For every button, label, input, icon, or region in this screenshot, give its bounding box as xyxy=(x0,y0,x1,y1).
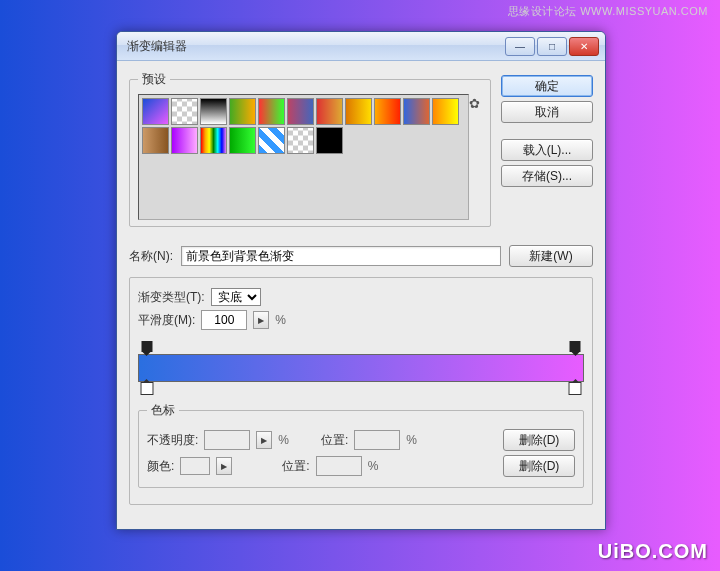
color-stop-handle[interactable] xyxy=(140,382,153,395)
preset-fieldset: 预设 xyxy=(129,71,491,227)
close-button[interactable]: ✕ xyxy=(569,37,599,56)
preset-swatch[interactable] xyxy=(403,98,430,125)
gradient-type-label: 渐变类型(T): xyxy=(138,289,205,306)
preset-swatch[interactable] xyxy=(345,98,372,125)
color-label: 颜色: xyxy=(147,458,174,475)
preset-menu-gear-icon[interactable]: ✿ xyxy=(469,96,480,220)
opacity-stop-handle[interactable] xyxy=(141,341,152,352)
preset-legend: 预设 xyxy=(138,71,170,88)
preset-swatch[interactable] xyxy=(316,98,343,125)
gradient-type-select[interactable]: 实底 xyxy=(211,288,261,306)
window-title: 渐变编辑器 xyxy=(123,38,505,55)
preset-swatch[interactable] xyxy=(142,98,169,125)
opacity-unit: % xyxy=(278,433,289,447)
preset-swatch[interactable] xyxy=(374,98,401,125)
color-stop-track[interactable] xyxy=(138,382,584,396)
opacity-stop-track[interactable] xyxy=(138,340,584,354)
preset-swatch[interactable] xyxy=(229,98,256,125)
preset-swatch[interactable] xyxy=(142,127,169,154)
gradient-preview-bar[interactable] xyxy=(138,354,584,382)
gradient-editor-window: 渐变编辑器 — □ ✕ 预设 xyxy=(116,31,606,530)
delete-opacity-stop-button[interactable]: 删除(D) xyxy=(503,429,575,451)
smoothness-input[interactable] xyxy=(201,310,247,330)
opacity-position-input xyxy=(354,430,400,450)
opacity-position-unit: % xyxy=(406,433,417,447)
smoothness-unit: % xyxy=(275,313,286,327)
new-button[interactable]: 新建(W) xyxy=(509,245,593,267)
delete-color-stop-button[interactable]: 删除(D) xyxy=(503,455,575,477)
color-stops-fieldset: 色标 不透明度: ▶ % 位置: % 删除(D) 颜色: ▶ xyxy=(138,402,584,488)
name-input[interactable] xyxy=(181,246,501,266)
gradient-settings-fieldset: 渐变类型(T): 实底 平滑度(M): ▶ % xyxy=(129,277,593,505)
preset-swatch[interactable] xyxy=(287,98,314,125)
preset-swatch-area[interactable] xyxy=(138,94,469,220)
color-position-unit: % xyxy=(368,459,379,473)
name-label: 名称(N): xyxy=(129,248,173,265)
smoothness-spin-icon[interactable]: ▶ xyxy=(253,311,269,329)
color-swatch-button xyxy=(180,457,210,475)
color-stops-legend: 色标 xyxy=(147,402,179,419)
preset-swatch[interactable] xyxy=(287,127,314,154)
opacity-input xyxy=(204,430,250,450)
opacity-position-label: 位置: xyxy=(321,432,348,449)
titlebar[interactable]: 渐变编辑器 — □ ✕ xyxy=(117,32,605,61)
preset-swatch[interactable] xyxy=(171,98,198,125)
preset-swatch[interactable] xyxy=(229,127,256,154)
cancel-button[interactable]: 取消 xyxy=(501,101,593,123)
load-button[interactable]: 载入(L)... xyxy=(501,139,593,161)
ok-button[interactable]: 确定 xyxy=(501,75,593,97)
preset-swatch[interactable] xyxy=(258,127,285,154)
preset-swatch[interactable] xyxy=(258,98,285,125)
opacity-stop-handle[interactable] xyxy=(570,341,581,352)
smoothness-label: 平滑度(M): xyxy=(138,312,195,329)
color-position-input xyxy=(316,456,362,476)
preset-swatch[interactable] xyxy=(200,98,227,125)
opacity-spin-icon: ▶ xyxy=(256,431,272,449)
opacity-label: 不透明度: xyxy=(147,432,198,449)
color-stop-handle[interactable] xyxy=(569,382,582,395)
color-spin-icon: ▶ xyxy=(216,457,232,475)
preset-swatch[interactable] xyxy=(316,127,343,154)
watermark-bottom: UiBO.COM xyxy=(598,540,708,563)
preset-swatch[interactable] xyxy=(200,127,227,154)
preset-swatch[interactable] xyxy=(432,98,459,125)
save-button[interactable]: 存储(S)... xyxy=(501,165,593,187)
minimize-button[interactable]: — xyxy=(505,37,535,56)
preset-swatch[interactable] xyxy=(171,127,198,154)
maximize-button[interactable]: □ xyxy=(537,37,567,56)
color-position-label: 位置: xyxy=(282,458,309,475)
watermark-top: 思缘设计论坛 WWW.MISSYUAN.COM xyxy=(508,4,708,19)
